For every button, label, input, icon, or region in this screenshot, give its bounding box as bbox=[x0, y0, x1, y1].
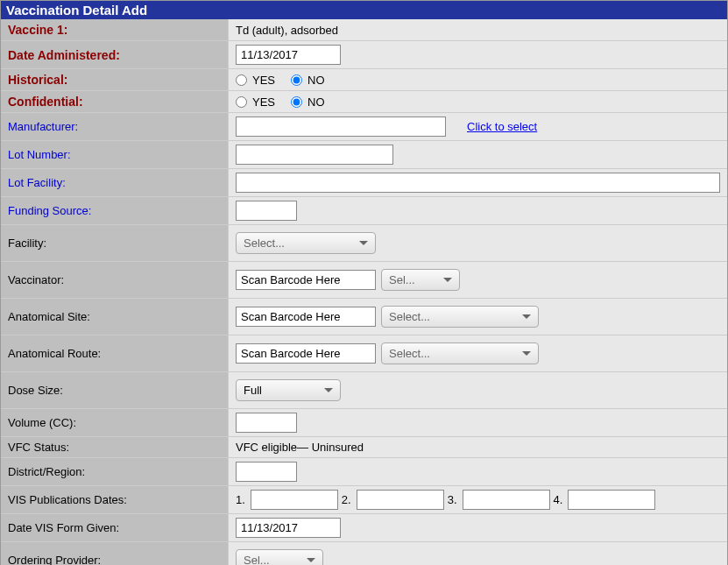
ordering-provider-select[interactable]: Sel... bbox=[236, 549, 323, 565]
chevron-down-icon bbox=[307, 558, 315, 562]
confidential-no-label: NO bbox=[307, 95, 325, 109]
facility-label: Facility: bbox=[1, 225, 229, 261]
dose-size-label: Dose Size: bbox=[1, 372, 229, 408]
historical-no-radio[interactable] bbox=[291, 74, 302, 86]
date-administered-label: Date Administered: bbox=[1, 41, 229, 68]
vaccinator-select[interactable]: Sel... bbox=[381, 269, 460, 291]
vfc-status-value: VFC eligible— Uninsured bbox=[236, 441, 364, 454]
manufacturer-select-link[interactable]: Click to select bbox=[467, 120, 537, 133]
historical-no-label: NO bbox=[307, 74, 325, 87]
ordering-provider-select-value: Sel... bbox=[244, 554, 270, 565]
lot-facility-label: Lot Facility: bbox=[1, 169, 229, 196]
chevron-down-icon bbox=[359, 241, 368, 245]
date-vis-given-input[interactable] bbox=[236, 518, 341, 538]
dose-size-select[interactable]: Full bbox=[236, 379, 341, 401]
facility-select[interactable]: Select... bbox=[236, 232, 376, 254]
vis-date-2-input[interactable] bbox=[357, 490, 444, 510]
chevron-down-icon bbox=[443, 278, 452, 282]
anatomical-route-label: Anatomical Route: bbox=[1, 335, 229, 371]
anatomical-route-select[interactable]: Select... bbox=[381, 343, 539, 364]
anatomical-route-barcode-input[interactable] bbox=[236, 343, 376, 364]
vis-num-3: 3. bbox=[448, 493, 457, 506]
anatomical-site-label: Anatomical Site: bbox=[1, 299, 229, 335]
vaccinator-barcode-input[interactable] bbox=[236, 270, 376, 290]
vis-date-1-input[interactable] bbox=[251, 490, 338, 510]
anatomical-route-select-value: Select... bbox=[389, 347, 430, 360]
anatomical-site-select[interactable]: Select... bbox=[381, 306, 539, 328]
chevron-down-icon bbox=[324, 388, 333, 392]
lot-number-label: Lot Number: bbox=[1, 141, 229, 168]
chevron-down-icon bbox=[522, 351, 531, 356]
historical-yes-label: YES bbox=[252, 74, 275, 87]
vaccinator-label: Vaccinator: bbox=[1, 262, 229, 298]
vis-num-4: 4. bbox=[554, 493, 563, 506]
ordering-provider-label: Ordering Provider: bbox=[1, 542, 229, 565]
anatomical-site-select-value: Select... bbox=[389, 310, 430, 323]
funding-source-label: Funding Source: bbox=[1, 197, 229, 224]
anatomical-site-barcode-input[interactable] bbox=[236, 307, 376, 327]
panel-title: Vaccination Detail Add bbox=[6, 3, 147, 18]
manufacturer-label: Manufacturer: bbox=[1, 113, 229, 140]
vfc-status-label: VFC Status: bbox=[1, 437, 229, 457]
panel-header: Vaccination Detail Add bbox=[1, 1, 727, 19]
vaccine1-label: Vaccine 1: bbox=[1, 19, 229, 40]
vis-date-4-input[interactable] bbox=[568, 490, 655, 510]
vaccinator-select-value: Sel... bbox=[389, 273, 415, 286]
vis-pub-dates-label: VIS Publications Dates: bbox=[1, 486, 229, 513]
district-region-input[interactable] bbox=[236, 462, 297, 482]
facility-select-value: Select... bbox=[244, 237, 285, 250]
date-administered-input[interactable] bbox=[236, 45, 341, 65]
vis-date-3-input[interactable] bbox=[463, 490, 550, 510]
lot-facility-input[interactable] bbox=[236, 173, 720, 193]
confidential-yes-radio[interactable] bbox=[236, 96, 247, 108]
date-vis-given-label: Date VIS Form Given: bbox=[1, 514, 229, 541]
confidential-no-radio[interactable] bbox=[291, 96, 302, 108]
confidential-yes-label: YES bbox=[252, 95, 275, 109]
vaccine1-value: Td (adult), adsorbed bbox=[236, 24, 338, 37]
funding-source-input[interactable] bbox=[236, 201, 297, 221]
vis-num-1: 1. bbox=[236, 493, 245, 506]
chevron-down-icon bbox=[522, 314, 531, 319]
manufacturer-input[interactable] bbox=[236, 117, 446, 137]
confidential-label: Confidential: bbox=[1, 91, 229, 112]
historical-label: Historical: bbox=[1, 69, 229, 90]
dose-size-select-value: Full bbox=[244, 384, 262, 397]
lot-number-input[interactable] bbox=[236, 145, 393, 165]
historical-yes-radio[interactable] bbox=[236, 74, 247, 86]
vis-num-2: 2. bbox=[342, 493, 351, 506]
district-region-label: District/Region: bbox=[1, 458, 229, 485]
volume-label: Volume (CC): bbox=[1, 409, 229, 436]
volume-input[interactable] bbox=[236, 413, 297, 433]
